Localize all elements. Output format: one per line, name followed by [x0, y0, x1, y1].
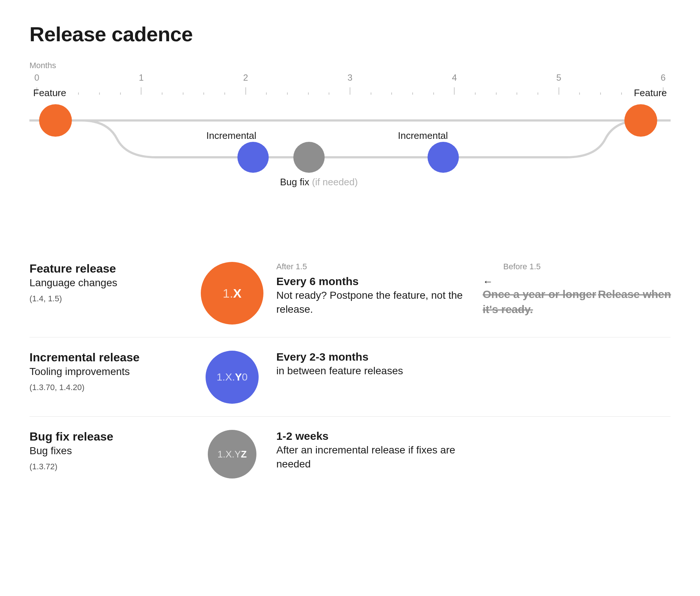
- tick-number: 6: [661, 73, 665, 83]
- tick-number: 1: [139, 73, 144, 83]
- row-after: 1-2 weeks After an incremental release i…: [276, 430, 475, 471]
- tick-minor: [496, 92, 497, 95]
- tick-minor: [475, 92, 476, 95]
- tick-major: [245, 87, 246, 95]
- tick-minor: [412, 92, 413, 95]
- row-examples: (1.3.70, 1.4.20): [29, 383, 188, 392]
- tick-minor: [538, 92, 538, 95]
- timeline-axis-label: Months: [29, 61, 671, 70]
- after-body: Not ready? Postpone the feature, not the…: [276, 288, 475, 316]
- tick-minor: [329, 92, 329, 95]
- before-bold: Once a year or longer: [483, 288, 596, 300]
- tick-minor: [78, 92, 79, 95]
- tick-number: 4: [452, 73, 457, 83]
- timeline-label-feature-end: Feature: [634, 87, 667, 99]
- tick-minor: [266, 92, 267, 95]
- row-title: Bug fix release: [29, 430, 188, 444]
- version-badge-bugfix: 1.X.YZ: [208, 430, 256, 478]
- version-badge-incremental: 1.X.Y0: [206, 351, 259, 404]
- arrow-left-icon: ←: [483, 276, 493, 288]
- after-header: After 1.5: [276, 262, 475, 271]
- tick-minor: [308, 92, 309, 95]
- tick-minor: [287, 92, 288, 95]
- tick-number: 5: [556, 73, 561, 83]
- after-body: After an incremental release if fixes ar…: [276, 443, 475, 471]
- row-title: Incremental release: [29, 351, 188, 364]
- timeline-node-bugfix: [293, 142, 325, 173]
- tick-minor: [371, 92, 371, 95]
- row-before: Before 1.5 ← Once a year or longer Relea…: [483, 262, 689, 317]
- row-name: Incremental release Tooling improvements…: [29, 351, 188, 392]
- tick-minor: [224, 92, 225, 95]
- row-subtitle: Tooling improvements: [29, 366, 188, 378]
- tick-minor: [203, 92, 204, 95]
- after-bold: Every 6 months: [276, 275, 475, 288]
- timeline-label-incremental-2: Incremental: [398, 130, 448, 141]
- tick-major: [141, 87, 141, 95]
- timeline-label-bugfix: Bug fix (if needed): [280, 176, 358, 188]
- row-feature-release: Feature release Language changes (1.4, 1…: [29, 249, 671, 337]
- row-after: Every 2-3 months in between feature rele…: [276, 351, 475, 378]
- after-body: in between feature releases: [276, 364, 475, 378]
- tick-minor: [433, 92, 434, 95]
- page-title: Release cadence: [29, 22, 671, 46]
- tick-minor: [99, 92, 100, 95]
- row-after: After 1.5 Every 6 months Not ready? Post…: [276, 262, 475, 316]
- tick-number: 3: [347, 73, 352, 83]
- tick-major: [559, 87, 559, 95]
- timeline-node-feature-start: [39, 104, 72, 137]
- tick-number: 0: [34, 73, 39, 83]
- version-badge-feature: 1.X: [201, 262, 263, 325]
- after-bold: 1-2 weeks: [276, 430, 475, 442]
- tick-minor: [517, 92, 517, 95]
- tick-number: 2: [243, 73, 248, 83]
- tick-minor: [183, 92, 183, 95]
- row-incremental-release: Incremental release Tooling improvements…: [29, 337, 671, 417]
- row-bugfix-release: Bug fix release Bug fixes (1.3.72) 1.X.Y…: [29, 417, 671, 491]
- timeline-label-feature-start: Feature: [33, 87, 66, 99]
- timeline-node-incremental-2: [427, 142, 459, 173]
- release-rows: Feature release Language changes (1.4, 1…: [29, 249, 671, 491]
- row-name: Feature release Language changes (1.4, 1…: [29, 262, 188, 304]
- timeline-track: Feature Feature Incremental Incremental …: [37, 98, 663, 194]
- timeline-node-feature-end: [624, 104, 657, 137]
- tick-minor: [162, 92, 162, 95]
- tick-minor: [579, 92, 580, 95]
- timeline-ruler: 0123456: [37, 73, 663, 98]
- tick-minor: [621, 92, 622, 95]
- timeline-node-incremental-1: [237, 142, 269, 173]
- tick-major: [454, 87, 455, 95]
- tick-minor: [600, 92, 601, 95]
- tick-minor: [391, 92, 392, 95]
- tick-minor: [120, 92, 121, 95]
- after-bold: Every 2-3 months: [276, 351, 475, 363]
- row-subtitle: Language changes: [29, 277, 188, 289]
- timeline-label-incremental-1: Incremental: [206, 130, 256, 141]
- row-subtitle: Bug fixes: [29, 445, 188, 457]
- row-title: Feature release: [29, 262, 188, 276]
- row-name: Bug fix release Bug fixes (1.3.72): [29, 430, 188, 471]
- timeline: Months 0123456 Feature Feature Increment…: [29, 61, 671, 230]
- row-examples: (1.4, 1.5): [29, 294, 188, 304]
- before-header: Before 1.5: [503, 262, 689, 271]
- row-examples: (1.3.72): [29, 462, 188, 471]
- tick-major: [350, 87, 350, 95]
